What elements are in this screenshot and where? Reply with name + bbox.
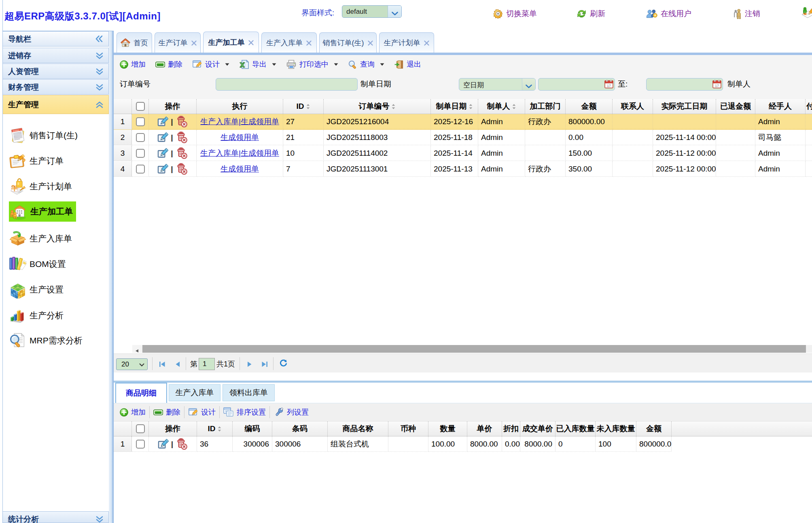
main-grid-column-header[interactable]: 订单编号 (324, 99, 431, 114)
scrollbar-thumb[interactable] (142, 345, 806, 353)
detail-grid-column-header[interactable]: ID (197, 421, 233, 436)
topbar-action-1[interactable]: 刷新 (576, 6, 605, 21)
row-checkbox[interactable] (136, 165, 145, 174)
detail-tab-1[interactable]: 生产入库单 (169, 384, 220, 401)
detail-grid-column-header[interactable]: 数量 (428, 421, 467, 436)
row-checkbox[interactable] (136, 440, 145, 449)
row-checkbox[interactable] (136, 149, 145, 158)
exec-link[interactable]: 生产入库单|生成领用单 (200, 149, 279, 157)
table-row[interactable]: 4 | 生成领用单 7 JGD20251113001 2025-11-13 Ad… (114, 161, 812, 177)
delete-row-button[interactable] (176, 114, 188, 129)
tab-2[interactable]: 生产加工单 (203, 32, 259, 53)
calendar-button[interactable]: 17 (604, 80, 613, 89)
tab-close[interactable] (306, 38, 312, 47)
page-size-select[interactable]: 20 (116, 358, 148, 370)
tab-1[interactable]: 生产订单 (155, 32, 201, 53)
topbar-action-0[interactable]: 切换菜单 (493, 6, 537, 21)
sidebar-item-0[interactable]: Invoice销售订单(生) (9, 125, 78, 146)
main-grid-column-header[interactable]: 金额 (566, 99, 613, 114)
tab-close[interactable] (367, 38, 373, 47)
detail-toolbar-delete-button[interactable]: 删除 (153, 407, 180, 417)
topbar-action-2[interactable]: 在线用户 (646, 6, 691, 21)
select-all-checkbox[interactable] (136, 102, 145, 111)
detail-grid-column-header[interactable]: 金额 (636, 421, 672, 436)
main-grid-column-header[interactable]: 经手人 (755, 99, 806, 114)
note-edit-button[interactable] (801, 6, 812, 19)
toolbar-export-button[interactable]: 导出 (239, 59, 276, 69)
sidebar-item-7[interactable]: 生产分析 (9, 305, 64, 326)
toolbar-add-button[interactable]: 增加 (120, 59, 146, 69)
toolbar-exit-button[interactable]: 退出 (394, 59, 421, 69)
main-grid-column-header[interactable]: 制单日期 (431, 99, 478, 114)
main-grid-column-header[interactable]: 操作 (149, 99, 197, 114)
sidebar-item-3[interactable]: 生产加工单 (9, 201, 76, 222)
detail-grid-column-header[interactable]: 条码 (272, 421, 328, 436)
detail-tab-2[interactable]: 领料出库单 (223, 384, 275, 401)
detail-tab-0[interactable]: 商品明细 (115, 383, 167, 403)
detail-toolbar-cols-button[interactable]: 列设置 (273, 407, 309, 417)
detail-grid-column-header[interactable]: 编码 (233, 421, 272, 436)
tab-5[interactable]: 生产计划单 (379, 32, 434, 53)
topbar-action-3[interactable]: 注销 (733, 6, 760, 21)
style-select-trigger[interactable] (388, 6, 401, 17)
toolbar-query-button[interactable]: 查询 (348, 59, 384, 69)
detail-grid-column-header[interactable]: 已入库数量 (555, 421, 596, 436)
sidebar-item-6[interactable]: 生产设置 (9, 279, 64, 300)
sidebar-splitter[interactable] (109, 31, 114, 523)
prev-page-button[interactable] (176, 360, 180, 368)
last-page-button[interactable] (261, 360, 268, 368)
main-grid-column-header[interactable]: ID (283, 99, 324, 114)
table-row[interactable]: 2 | 生成领用单 21 JGD20251118003 2025-11-18 A… (114, 130, 812, 146)
sidebar-item-5[interactable]: BOM设置 (9, 254, 66, 274)
detail-grid-column-header[interactable]: 未入库数量 (596, 421, 636, 436)
exec-link[interactable]: 生成领用单 (220, 133, 259, 142)
first-page-button[interactable] (159, 360, 165, 368)
main-grid-column-header[interactable]: 执行 (197, 99, 283, 114)
edit-row-button[interactable] (157, 161, 168, 177)
sidebar-title[interactable]: 导航栏 (3, 31, 109, 47)
sidebar-item-4[interactable]: 生产入库单 (9, 229, 72, 249)
table-row[interactable]: 1 | 36 300006 300006 组装台式机 100.00 8000.0… (114, 436, 812, 452)
delete-row-button[interactable] (176, 130, 188, 145)
tab-close[interactable] (424, 38, 430, 47)
edit-row-button[interactable] (157, 146, 168, 161)
sidebar-section-1[interactable]: 人资管理 (3, 64, 109, 79)
filter-date-mode-trigger[interactable] (522, 78, 535, 90)
tab-4[interactable]: 销售订单(生) (319, 32, 377, 53)
detail-grid-column-header[interactable]: 折扣 (502, 421, 520, 436)
sidebar-section-3[interactable]: 生产管理 (3, 95, 109, 114)
sidebar-item-2[interactable]: 生产计划单 (9, 176, 72, 197)
tab-close[interactable] (191, 38, 197, 47)
table-row[interactable]: 1 | 生产入库单|生成领用单 27 JGD20251216004 2025-1… (114, 114, 812, 130)
filter-date-from-input[interactable]: 17 (538, 78, 615, 91)
filter-date-to-input[interactable]: 17 (646, 78, 723, 91)
exec-link[interactable]: 生产入库单|生成领用单 (200, 117, 279, 126)
refresh-grid-button[interactable] (280, 360, 287, 367)
select-all-checkbox[interactable] (136, 424, 145, 433)
horizontal-scrollbar[interactable] (132, 345, 812, 353)
detail-grid-column-header[interactable]: 币种 (388, 421, 428, 436)
detail-toolbar-add-button[interactable]: 增加 (120, 407, 146, 417)
sidebar-item-8[interactable]: MRP需求分析 (9, 330, 83, 351)
next-page-button[interactable] (247, 360, 252, 368)
main-grid-column-header[interactable]: 制单人 (478, 99, 525, 114)
delete-row-button[interactable] (176, 146, 188, 161)
sidebar-item-1[interactable]: 生产订单 (9, 151, 64, 171)
detail-toolbar-sort-button[interactable]: 排序设置 (223, 407, 266, 417)
main-grid-column-header[interactable]: 实际完工日期 (653, 99, 716, 114)
filter-order-no-input[interactable] (216, 78, 358, 91)
main-grid-column-header[interactable]: 付款 (806, 99, 812, 114)
detail-grid-column-header[interactable]: 成交单价 (520, 421, 555, 436)
tab-3[interactable]: 生产入库单 (261, 32, 317, 53)
tab-close[interactable] (248, 38, 254, 47)
sidebar-section-2[interactable]: 财务管理 (3, 79, 109, 95)
toolbar-print-button[interactable]: 打印选中 (286, 59, 338, 69)
main-grid-column-header[interactable]: 已退金额 (716, 99, 755, 114)
tab-0[interactable]: 首页 (117, 32, 152, 53)
sidebar-section-0[interactable]: 进销存 (3, 48, 109, 63)
detail-toolbar-design-button[interactable]: 设计 (188, 407, 216, 417)
delete-row-button[interactable] (176, 161, 188, 177)
main-grid-column-header[interactable]: 加工部门 (525, 99, 566, 114)
table-row[interactable]: 3 | 生产入库单|生成领用单 10 JGD20251114002 2025-1… (114, 146, 812, 161)
edit-row-button[interactable] (157, 114, 168, 129)
